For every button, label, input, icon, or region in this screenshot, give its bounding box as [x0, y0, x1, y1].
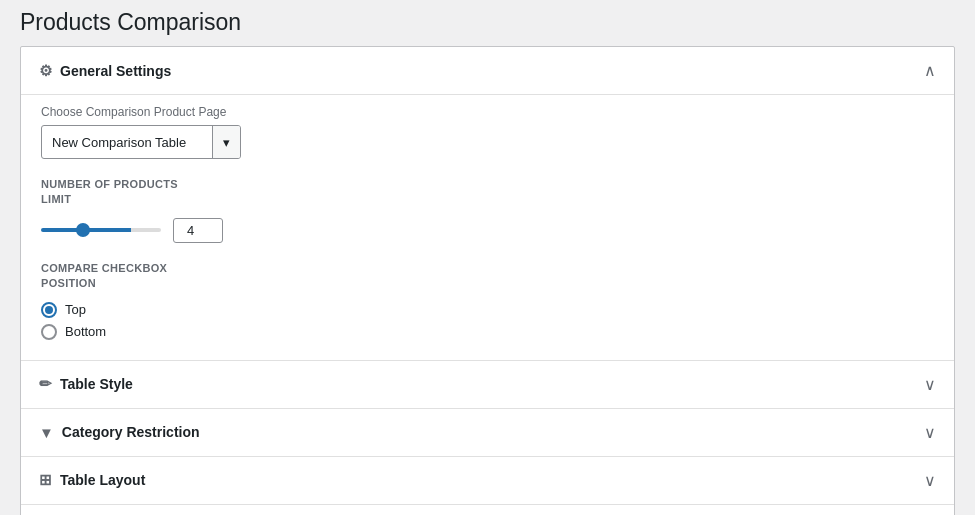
section-category-restriction: ▼ Category Restriction ∨: [21, 409, 954, 457]
dropdown-label: Choose Comparison Product Page: [41, 105, 934, 119]
gear-icon: ⚙: [39, 62, 52, 80]
table-layout-label: Table Layout: [60, 472, 145, 488]
number-limit-section: NUMBER OF PRODUCTS LIMIT: [41, 177, 934, 243]
general-settings-content: Choose Comparison Product Page New Compa…: [21, 94, 954, 360]
radio-item-top[interactable]: Top: [41, 302, 934, 318]
category-restriction-label: Category Restriction: [62, 424, 200, 440]
section-general-settings: ⚙ General Settings ∧ Choose Comparison P…: [21, 47, 954, 361]
number-limit-label-line2: LIMIT: [41, 192, 934, 207]
number-limit-label: NUMBER OF PRODUCTS LIMIT: [41, 177, 934, 208]
section-related-products: 🏷 Related Products ∧ Enable Related Prod…: [21, 505, 954, 515]
section-header-left-general: ⚙ General Settings: [39, 62, 171, 80]
section-header-left-table-layout: ⊞ Table Layout: [39, 471, 145, 489]
radio-label-top: Top: [65, 302, 86, 317]
comparison-page-dropdown[interactable]: New Comparison Table ▾: [41, 125, 241, 159]
slider-input-row: [41, 218, 934, 243]
page-wrapper: Products Comparison ⚙ General Settings ∧…: [0, 0, 975, 515]
checkbox-position-radio-group: Top Bottom: [41, 302, 934, 340]
number-limit-label-line1: NUMBER OF PRODUCTS: [41, 177, 934, 192]
dropdown-chevron-icon: ▾: [223, 135, 230, 150]
general-settings-chevron: ∧: [924, 61, 936, 80]
radio-label-bottom: Bottom: [65, 324, 106, 339]
radio-circle-bottom: [41, 324, 57, 340]
section-header-related-products[interactable]: 🏷 Related Products ∧: [21, 505, 954, 515]
table-style-label: Table Style: [60, 376, 133, 392]
section-header-category-restriction[interactable]: ▼ Category Restriction ∨: [21, 409, 954, 456]
category-restriction-chevron: ∨: [924, 423, 936, 442]
section-header-table-layout[interactable]: ⊞ Table Layout ∨: [21, 457, 954, 504]
dropdown-selected-value: New Comparison Table: [42, 129, 212, 156]
settings-container: ⚙ General Settings ∧ Choose Comparison P…: [20, 46, 955, 515]
page-title: Products Comparison: [0, 0, 975, 46]
section-header-left-table-style: ✏ Table Style: [39, 375, 133, 393]
section-table-layout: ⊞ Table Layout ∨: [21, 457, 954, 505]
section-header-left-category-restriction: ▼ Category Restriction: [39, 424, 200, 441]
checkbox-position-label: COMPARE CHECKBOX POSITION: [41, 261, 934, 292]
pencil-icon: ✏: [39, 375, 52, 393]
checkbox-position-section: COMPARE CHECKBOX POSITION Top Bottom: [41, 261, 934, 340]
checkbox-position-label-line1: COMPARE CHECKBOX: [41, 261, 934, 276]
radio-circle-top: [41, 302, 57, 318]
filter-icon: ▼: [39, 424, 54, 441]
general-settings-label: General Settings: [60, 63, 171, 79]
radio-item-bottom[interactable]: Bottom: [41, 324, 934, 340]
section-table-style: ✏ Table Style ∨: [21, 361, 954, 409]
section-header-general[interactable]: ⚙ General Settings ∧: [21, 47, 954, 94]
dropdown-arrow-button[interactable]: ▾: [212, 126, 240, 158]
table-layout-chevron: ∨: [924, 471, 936, 490]
layout-icon: ⊞: [39, 471, 52, 489]
products-limit-number-input[interactable]: [173, 218, 223, 243]
products-limit-slider[interactable]: [41, 228, 161, 232]
section-header-table-style[interactable]: ✏ Table Style ∨: [21, 361, 954, 408]
table-style-chevron: ∨: [924, 375, 936, 394]
checkbox-position-label-line2: POSITION: [41, 276, 934, 291]
